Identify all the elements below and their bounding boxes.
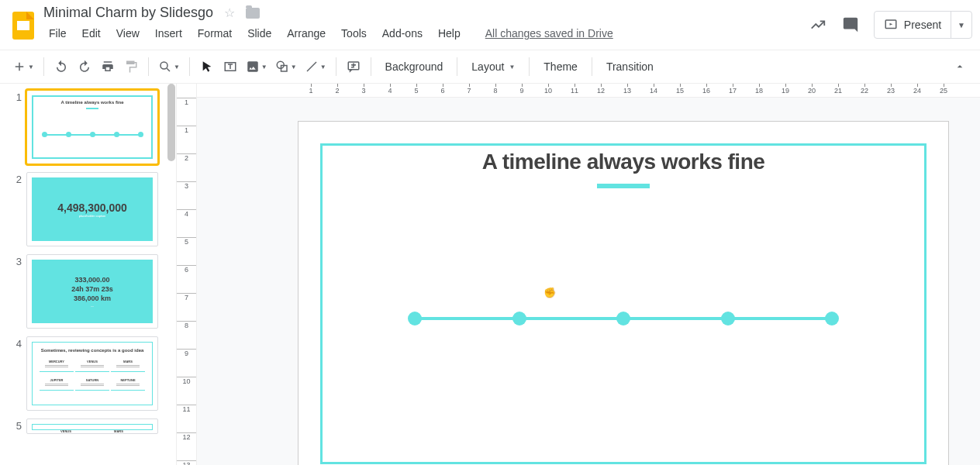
thumbnail-number: 2 bbox=[5, 172, 22, 185]
activity-icon[interactable] bbox=[809, 16, 827, 34]
select-tool[interactable] bbox=[196, 55, 218, 78]
image-tool[interactable]: ▼ bbox=[243, 55, 271, 78]
grab-cursor-icon: ✊ bbox=[543, 287, 556, 298]
transition-button[interactable]: Transition bbox=[599, 55, 661, 78]
move-folder-icon[interactable] bbox=[246, 8, 260, 19]
slide-title[interactable]: A timeline always works fine bbox=[298, 150, 948, 174]
thumbnail-number: 4 bbox=[5, 336, 22, 350]
menu-addons[interactable]: Add-ons bbox=[375, 26, 430, 41]
paint-format-button[interactable] bbox=[120, 55, 142, 78]
thumbnail-number: 3 bbox=[5, 254, 22, 267]
ruler-tick: 10 bbox=[535, 84, 561, 97]
title-underline bbox=[597, 184, 650, 188]
ruler-tick: 9 bbox=[509, 84, 535, 97]
drive-status[interactable]: All changes saved in Drive bbox=[478, 26, 620, 41]
ruler-tick: 9 bbox=[177, 349, 196, 357]
present-dropdown[interactable]: ▼ bbox=[951, 21, 971, 29]
ruler-tick: 8 bbox=[482, 84, 509, 97]
hide-menus-button[interactable] bbox=[949, 55, 971, 78]
ruler-tick: 8 bbox=[177, 321, 196, 329]
slide-thumbnail[interactable]: 24,498,300,000placeholder caption bbox=[5, 172, 171, 246]
timeline-dot[interactable] bbox=[512, 312, 526, 326]
ruler-tick: 10 bbox=[177, 377, 196, 385]
slides-logo[interactable] bbox=[8, 5, 39, 46]
vertical-ruler[interactable]: 112345678910111213 bbox=[177, 84, 197, 465]
slide-thumbnail[interactable]: 5VENUSMARS bbox=[5, 418, 171, 434]
ruler-tick: 4 bbox=[377, 84, 403, 97]
slide-thumbnail[interactable]: 4Sometimes, reviewing concepts is a good… bbox=[5, 336, 171, 411]
thumbnail-panel: 1A timeline always works fine24,498,300,… bbox=[0, 84, 177, 465]
ruler-tick: 25 bbox=[930, 84, 957, 97]
present-button[interactable]: Present ▼ bbox=[874, 11, 972, 39]
zoom-button[interactable]: ▼ bbox=[155, 55, 183, 78]
thumbnail-number: 5 bbox=[5, 418, 22, 432]
ruler-tick: 11 bbox=[561, 84, 588, 97]
menu-file[interactable]: File bbox=[42, 26, 74, 41]
menu-bar: FileEditViewInsertFormatSlideArrangeTool… bbox=[39, 21, 622, 41]
slide-thumbnail[interactable]: 3333,000.0024h 37m 23s386,000 km— bbox=[5, 254, 171, 329]
ruler-tick: 6 bbox=[177, 265, 196, 274]
slide-canvas[interactable]: A timeline always works fine ✊ bbox=[298, 121, 949, 465]
document-title[interactable]: Minimal Charm by Slidesgo bbox=[43, 5, 213, 21]
toolbar: ▼ ▼ ▼ ▼ ▼ Background Layout▼ Them bbox=[0, 50, 980, 84]
workspace: 1A timeline always works fine24,498,300,… bbox=[0, 84, 980, 465]
layout-button[interactable]: Layout▼ bbox=[464, 55, 523, 78]
canvas-area: 1234567891011121314151617181920212223242… bbox=[197, 84, 980, 465]
present-label: Present bbox=[904, 19, 941, 31]
menu-insert[interactable]: Insert bbox=[148, 26, 189, 41]
svg-point-3 bbox=[160, 62, 167, 69]
ruler-tick: 15 bbox=[667, 84, 693, 97]
print-button[interactable] bbox=[97, 55, 119, 78]
ruler-tick: 1 bbox=[177, 98, 196, 106]
slide-thumbnail[interactable]: 1A timeline always works fine bbox=[5, 90, 171, 164]
timeline-dot[interactable] bbox=[721, 312, 735, 326]
timeline-line[interactable] bbox=[415, 317, 832, 320]
textbox-tool[interactable] bbox=[219, 55, 241, 78]
ruler-tick: 11 bbox=[177, 405, 196, 413]
menu-edit[interactable]: Edit bbox=[75, 26, 108, 41]
ruler-tick: 12 bbox=[177, 432, 196, 441]
ruler-tick: 24 bbox=[904, 84, 930, 97]
ruler-tick: 16 bbox=[693, 84, 719, 97]
ruler-tick: 3 bbox=[350, 84, 377, 97]
timeline-dot[interactable] bbox=[616, 312, 630, 326]
timeline-dot[interactable] bbox=[408, 312, 422, 326]
ruler-tick: 19 bbox=[772, 84, 799, 97]
ruler-tick: 18 bbox=[746, 84, 772, 97]
comments-icon[interactable] bbox=[841, 16, 860, 34]
ruler-tick: 1 bbox=[177, 126, 196, 134]
menu-format[interactable]: Format bbox=[191, 26, 239, 41]
thumbnail-number: 1 bbox=[5, 90, 22, 103]
ruler-tick: 13 bbox=[177, 460, 196, 465]
redo-button[interactable] bbox=[74, 55, 95, 78]
ruler-tick: 6 bbox=[430, 84, 456, 97]
menu-tools[interactable]: Tools bbox=[334, 26, 374, 41]
thumbnails-scrollbar[interactable] bbox=[167, 84, 176, 465]
ruler-tick: 5 bbox=[177, 237, 196, 246]
menu-arrange[interactable]: Arrange bbox=[280, 26, 333, 41]
title-bar: Minimal Charm by Slidesgo ☆ FileEditView… bbox=[0, 0, 980, 50]
horizontal-ruler[interactable]: 1234567891011121314151617181920212223242… bbox=[197, 84, 980, 98]
ruler-tick: 14 bbox=[640, 84, 667, 97]
ruler-tick: 1 bbox=[298, 84, 324, 97]
star-icon[interactable]: ☆ bbox=[224, 5, 235, 20]
theme-button[interactable]: Theme bbox=[536, 55, 585, 78]
ruler-tick: 12 bbox=[588, 84, 614, 97]
ruler-tick: 22 bbox=[851, 84, 878, 97]
ruler-tick: 17 bbox=[719, 84, 746, 97]
menu-slide[interactable]: Slide bbox=[240, 26, 278, 41]
new-slide-button[interactable]: ▼ bbox=[9, 55, 37, 78]
ruler-tick: 23 bbox=[878, 84, 904, 97]
undo-button[interactable] bbox=[50, 55, 72, 78]
line-tool[interactable]: ▼ bbox=[302, 55, 330, 78]
background-button[interactable]: Background bbox=[378, 55, 451, 78]
ruler-tick: 7 bbox=[177, 293, 196, 301]
menu-view[interactable]: View bbox=[109, 26, 147, 41]
comment-button[interactable] bbox=[343, 55, 364, 78]
timeline-dot[interactable] bbox=[825, 312, 839, 326]
svg-rect-1 bbox=[17, 21, 29, 30]
shape-tool[interactable]: ▼ bbox=[272, 55, 300, 78]
ruler-tick: 2 bbox=[177, 153, 196, 162]
ruler-tick: 3 bbox=[177, 181, 196, 190]
menu-help[interactable]: Help bbox=[431, 26, 468, 41]
